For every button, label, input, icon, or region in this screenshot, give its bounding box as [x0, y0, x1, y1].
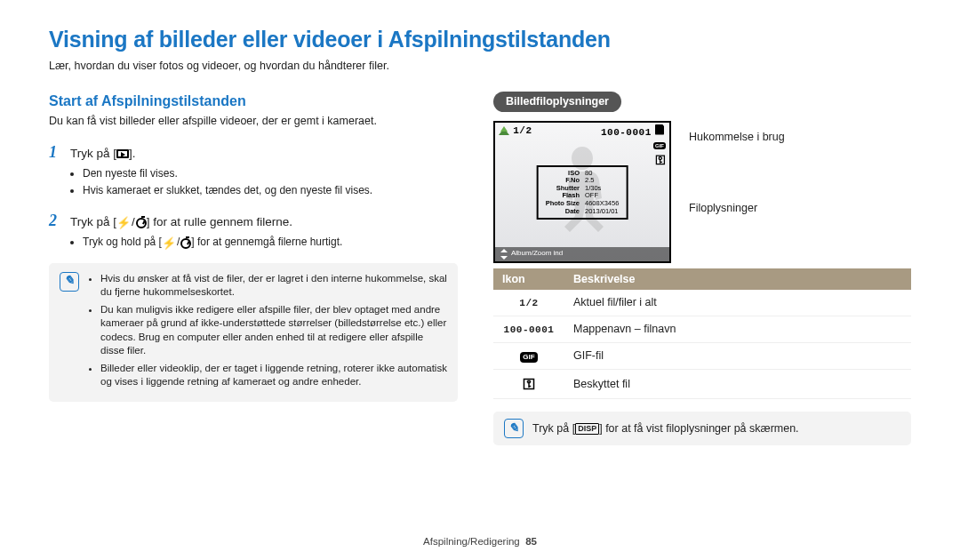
play-icon — [116, 149, 129, 158]
bullet-text-a: Tryk og hold på [ — [83, 236, 162, 248]
file-number: 100-0001 — [601, 127, 652, 138]
note-icon: ✎ — [504, 419, 524, 438]
page-footer: Afspilning/Redigering 85 — [0, 535, 960, 549]
photo-thumb-icon — [499, 126, 509, 135]
cell-desc: Mappenavn – filnavn — [564, 316, 911, 343]
flash-icon — [116, 214, 131, 230]
camera-screen: 1/2 100-0001 GIF ISO80 — [493, 121, 671, 263]
bullet-text-b: ] for at gennemgå filerne hurtigt. — [191, 236, 342, 248]
updown-icon — [500, 249, 508, 260]
lock-icon — [655, 153, 666, 167]
note-item: Billeder eller videoklip, der er taget i… — [100, 362, 447, 389]
section-desc: Du kan få vist billeder eller afspille v… — [49, 114, 458, 129]
step-number: 1 — [49, 141, 63, 163]
step-text-a: Tryk på [ — [70, 215, 116, 228]
page-number: 85 — [525, 536, 537, 547]
bullet: Den nyeste fil vises. — [83, 166, 458, 180]
table-row: GIF GIF-fil — [493, 343, 911, 370]
cell-desc: Beskyttet fil — [564, 370, 911, 399]
table-row: Beskyttet fil — [493, 370, 911, 399]
step-text-a: Tryk på [ — [70, 147, 116, 160]
step-text: Tryk på []. — [70, 146, 136, 162]
step-text-b: ] for at rulle gennem filerne. — [147, 215, 292, 228]
counter: 1/2 — [513, 125, 532, 136]
page-subtitle: Lær, hvordan du viser fotos og videoer, … — [49, 59, 911, 74]
callouts: Hukommelse i brug Filoplysninger — [689, 121, 785, 263]
page-title: Visning af billeder eller videoer i Afsp… — [49, 25, 911, 55]
info-overlay: ISO80 F.No2.5 Shutter1/30s FlashOFF Phot… — [537, 165, 628, 220]
cell-desc: GIF-fil — [564, 343, 911, 370]
bottom-strip: Album/Zoom ind — [495, 247, 669, 261]
step-bullets: Den nyeste fil vises. Hvis kameraet er s… — [49, 166, 458, 196]
bullet: Hvis kameraet er slukket, tændes det, og… — [83, 183, 458, 197]
callout-fileinfo: Filoplysninger — [689, 201, 785, 216]
note-icon: ✎ — [60, 272, 79, 292]
bottom-label: Album/Zoom ind — [511, 249, 563, 259]
timer-icon — [136, 218, 147, 228]
icon-table: Ikon Beskrivelse 1/2 Aktuel fil/filer i … — [493, 268, 911, 400]
note-item: Du kan muligvis ikke redigere eller afsp… — [100, 303, 447, 358]
step-text-b: ]. — [129, 147, 136, 160]
note-box: ✎ Hvis du ønsker at få vist de filer, de… — [49, 263, 458, 402]
footer-section: Afspilning/Redigering — [423, 536, 520, 547]
note-text: Tryk på [DISP] for at få vist filoplysni… — [532, 421, 799, 436]
callout-memory: Hukommelse i brug — [689, 130, 785, 145]
flash-icon — [162, 235, 176, 251]
th-icon: Ikon — [493, 268, 564, 291]
timer-icon — [180, 238, 191, 249]
bullet: Tryk og hold på [/] for at gennemgå file… — [83, 235, 458, 251]
cell-desc: Aktuel fil/filer i alt — [564, 290, 911, 316]
file-info-pill: Billedfiloplysninger — [493, 92, 621, 112]
lock-icon — [523, 379, 536, 391]
disp-button-icon: DISP — [575, 423, 599, 435]
th-desc: Beskrivelse — [564, 268, 911, 291]
table-row: 1/2 Aktuel fil/filer i alt — [493, 290, 911, 316]
step-number: 2 — [49, 210, 63, 231]
section-heading: Start af Afspilningstilstanden — [49, 92, 458, 111]
note-item: Hvis du ønsker at få vist de filer, der … — [100, 272, 447, 300]
filenum-icon: 100-0001 — [504, 324, 555, 335]
counter-icon: 1/2 — [519, 298, 538, 308]
note-box: ✎ Tryk på [DISP] for at få vist filoplys… — [493, 412, 911, 445]
gif-icon: GIF — [653, 142, 666, 149]
table-row: 100-0001 Mappenavn – filnavn — [493, 316, 911, 343]
step-bullets: Tryk og hold på [/] for at gennemgå file… — [49, 235, 458, 251]
step-1: 1 Tryk på []. Den nyeste fil vises. Hvis… — [49, 141, 458, 197]
gif-icon: GIF — [520, 352, 537, 363]
sd-card-icon — [655, 124, 664, 135]
step-2: 2 Tryk på [/] for at rulle gennem filern… — [49, 210, 458, 251]
step-text: Tryk på [/] for at rulle gennem filerne. — [70, 214, 292, 231]
